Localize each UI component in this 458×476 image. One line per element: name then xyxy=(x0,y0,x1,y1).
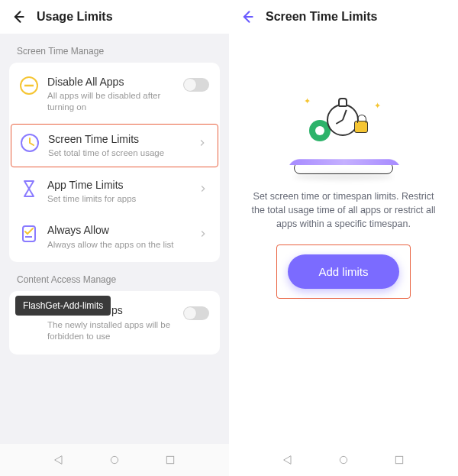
nav-back-icon[interactable] xyxy=(281,453,295,467)
svg-point-7 xyxy=(111,456,118,463)
section-label-content-access: Content Access Manage xyxy=(0,262,229,291)
page-title: Usage Limits xyxy=(37,10,113,24)
chevron-right-icon xyxy=(196,137,208,149)
usage-limits-screen: Usage Limits Screen Time Manage Disable … xyxy=(0,0,229,476)
svg-rect-12 xyxy=(396,456,403,463)
empty-state-description: Set screen time or timespan limits. Rest… xyxy=(229,189,458,231)
row-title: Disable All Apps xyxy=(47,75,183,89)
android-navbar xyxy=(0,444,229,476)
row-title: App Time Limits xyxy=(47,178,197,192)
nav-home-icon[interactable] xyxy=(337,453,350,467)
screen-time-limits-screen: Screen Time Limits ✦ ✦ Set screen time o… xyxy=(229,0,458,476)
clock-icon xyxy=(19,132,40,154)
add-limits-button[interactable]: Add limits xyxy=(288,254,398,289)
toggle-disable-all[interactable] xyxy=(183,78,209,92)
row-sub: All apps will be disabled after turning … xyxy=(47,90,183,113)
nav-back-icon[interactable] xyxy=(52,453,66,467)
row-app-time-limits[interactable]: App Time Limits Set time limits for apps xyxy=(9,169,220,214)
row-sub: Always allow the apps on the list xyxy=(47,239,197,251)
row-sub: Set time limits for apps xyxy=(47,193,197,205)
section-label-screen-time: Screen Time Manage xyxy=(0,34,229,63)
chevron-right-icon xyxy=(197,183,209,195)
nav-recent-icon[interactable] xyxy=(392,453,406,467)
empty-state: ✦ ✦ Set screen time or timespan limits. … xyxy=(229,34,458,444)
header: Usage Limits xyxy=(0,0,229,34)
svg-point-11 xyxy=(340,456,347,463)
android-navbar xyxy=(229,444,458,476)
content-access-card: FlashGet-Add-limits ps The newly install… xyxy=(9,291,220,354)
svg-marker-6 xyxy=(54,456,61,465)
nav-recent-icon[interactable] xyxy=(163,453,177,467)
row-screen-time-limits[interactable]: Screen Time Limits Set total time of scr… xyxy=(11,124,218,167)
header: Screen Time Limits xyxy=(229,0,458,34)
row-title: Always Allow xyxy=(47,223,197,237)
page-title: Screen Time Limits xyxy=(266,10,377,24)
chevron-right-icon xyxy=(197,228,209,240)
svg-marker-10 xyxy=(283,456,290,465)
toggle-forbid-new[interactable] xyxy=(183,306,209,320)
row-always-allow[interactable]: Always Allow Always allow the apps on th… xyxy=(9,214,220,259)
back-icon[interactable] xyxy=(11,9,26,24)
row-sub: Set total time of screen usage xyxy=(48,147,196,159)
nav-home-icon[interactable] xyxy=(108,453,121,467)
svg-rect-8 xyxy=(167,456,174,463)
back-icon[interactable] xyxy=(240,9,255,24)
row-sub: The newly installed apps will be forbidd… xyxy=(47,319,183,342)
tooltip-flashget: FlashGet-Add-limits xyxy=(15,296,111,316)
hourglass-icon xyxy=(18,178,40,199)
row-title: Screen Time Limits xyxy=(48,132,196,146)
row-disable-all-apps[interactable]: Disable All Apps All apps will be disabl… xyxy=(9,66,220,122)
checklist-icon xyxy=(18,223,40,244)
add-limits-highlight: Add limits xyxy=(276,244,410,299)
illustration-stopwatch: ✦ ✦ xyxy=(282,98,405,174)
screen-time-card: Disable All Apps All apps will be disabl… xyxy=(9,63,220,262)
disable-icon xyxy=(18,75,40,96)
